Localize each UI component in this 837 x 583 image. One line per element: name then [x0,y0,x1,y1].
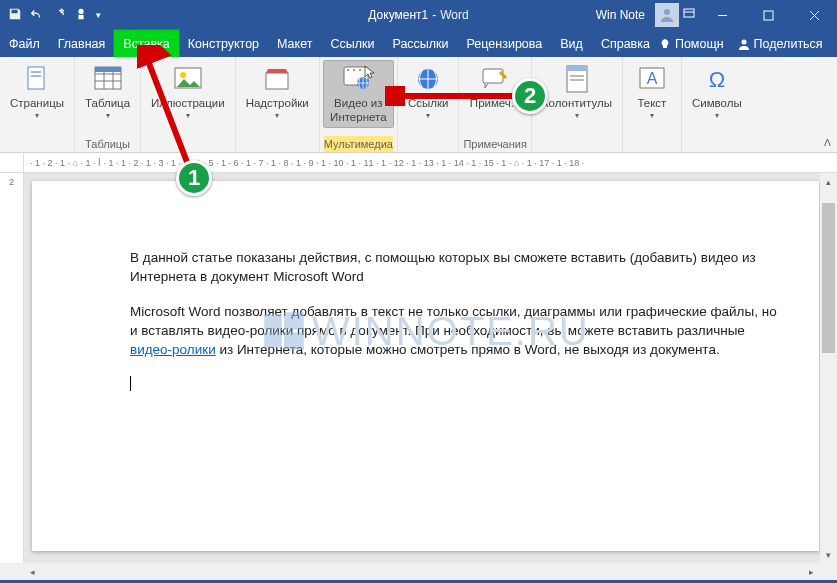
tab-home[interactable]: Главная [49,30,115,57]
svg-rect-23 [570,79,584,81]
svg-text:Ω: Ω [709,67,725,91]
touch-mode-icon[interactable] [74,7,88,24]
symbols-button[interactable]: Ω Символы▾ [686,61,748,122]
page-icon [21,63,53,95]
online-video-button[interactable]: Видео из Интернета [324,61,392,127]
scroll-up-icon[interactable]: ▴ [820,173,837,190]
tab-insert[interactable]: Вставка [114,30,178,57]
document-name: Документ1 [368,8,428,22]
picture-icon [172,63,204,95]
text-cursor [130,376,131,391]
header-footer-button[interactable]: Колонтитулы▾ [536,61,618,122]
tell-me[interactable]: Помощн [659,37,724,51]
tab-review[interactable]: Рецензирова [458,30,552,57]
ribbon-tabs: Файл Главная Вставка Конструктор Макет С… [0,30,837,57]
scroll-left-icon[interactable]: ◂ [24,567,41,577]
svg-point-14 [347,69,349,71]
svg-point-15 [353,69,355,71]
svg-rect-19 [483,69,503,83]
addins-button[interactable]: Надстройки▾ [240,61,315,122]
svg-point-11 [180,72,186,78]
group-comments: Примечания [463,136,527,152]
minimize-button[interactable] [699,0,745,30]
svg-rect-12 [266,73,288,89]
window-title: Документ1 - Word [368,8,468,22]
quick-access-toolbar: ▾ [0,7,109,24]
omega-icon: Ω [701,63,733,95]
document-page[interactable]: WINNOTE.RU В данной статье показаны дейс… [32,181,819,551]
header-footer-icon [561,63,593,95]
tab-help[interactable]: Справка [592,30,659,57]
scroll-right-icon[interactable]: ▸ [803,567,820,577]
comment-button[interactable]: Примеч... [464,61,527,113]
textbox-icon: A [636,63,668,95]
tab-file[interactable]: Файл [0,30,49,57]
save-icon[interactable] [8,7,22,24]
lightbulb-icon [659,38,671,50]
comment-icon [479,63,511,95]
person-icon [738,38,750,50]
ruler-vertical[interactable]: 2 [0,173,24,563]
table-button[interactable]: Таблица▾ [79,61,136,122]
svg-rect-6 [31,71,41,73]
vertical-scrollbar[interactable]: ▴ ▾ [820,173,837,563]
horizontal-scrollbar[interactable]: ◂ ▸ [0,563,837,580]
svg-text:A: A [647,70,658,87]
svg-rect-9 [95,67,121,72]
text-button[interactable]: A Текст▾ [627,61,677,122]
addon-label: Win Note [586,8,655,22]
share-button[interactable]: Поделиться [738,37,823,51]
tab-view[interactable]: Вид [551,30,592,57]
tab-layout[interactable]: Макет [268,30,321,57]
ribbon-options-icon[interactable] [679,7,699,24]
video-link[interactable]: видео-ролики [130,342,216,357]
ribbon-insert: Страницы▾ Таблица▾ Таблицы Иллюстрации▾ … [0,57,837,153]
paragraph-1: В данной статье показаны действия, с пом… [130,249,783,287]
svg-rect-7 [31,75,41,77]
links-button[interactable]: Ссылки▾ [402,61,455,122]
pages-button[interactable]: Страницы▾ [4,61,70,122]
ruler-horizontal[interactable]: · 1 · 2 · 1 · ⌂ · 1 · ⅼ · 1 · 1 · 2 · 1 … [0,153,837,173]
scroll-thumb-v[interactable] [822,203,835,353]
svg-point-4 [741,39,746,44]
svg-rect-3 [764,11,773,20]
globe-icon [412,63,444,95]
svg-point-16 [359,69,361,71]
document-area: 2 WINNOTE.RU В данной статье показаны де… [0,173,837,563]
maximize-button[interactable] [745,0,791,30]
paragraph-2: Microsoft Word позволяет добавлять в тек… [130,303,783,360]
collapse-ribbon-icon[interactable]: ᐱ [820,135,835,150]
svg-point-1 [664,9,670,15]
svg-rect-21 [567,66,587,71]
close-button[interactable] [791,0,837,30]
store-icon [261,63,293,95]
tab-references[interactable]: Ссылки [321,30,383,57]
svg-rect-2 [684,9,694,17]
svg-rect-5 [28,67,44,89]
video-globe-icon [342,63,374,95]
qat-customize-icon[interactable]: ▾ [96,10,101,20]
group-multimedia: Мультимедиа [324,136,393,152]
tab-mailings[interactable]: Рассылки [383,30,457,57]
tab-design[interactable]: Конструктор [179,30,268,57]
cursor-icon [364,65,378,79]
svg-point-0 [78,8,83,13]
illustrations-button[interactable]: Иллюстрации▾ [145,61,231,122]
group-tables: Таблицы [79,136,136,152]
redo-icon[interactable] [52,7,66,24]
scroll-down-icon[interactable]: ▾ [820,546,837,563]
table-icon [92,63,124,95]
app-name: Word [440,8,468,22]
user-avatar[interactable] [655,3,679,27]
title-bar: ▾ Документ1 - Word Win Note [0,0,837,30]
undo-icon[interactable] [30,7,44,24]
svg-rect-22 [570,75,584,77]
